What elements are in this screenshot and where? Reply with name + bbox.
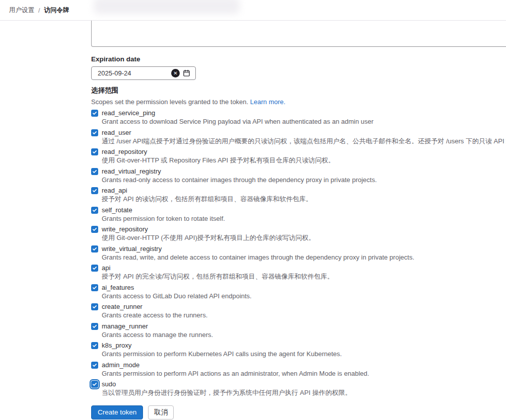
expiration-date-field[interactable]: ✕ <box>91 66 196 80</box>
scope-checkbox[interactable] <box>91 168 98 175</box>
scope-row: read_user 通过 /user API端点授予对通过身份验证的用户概要的只… <box>91 128 506 145</box>
scope-checkbox[interactable] <box>91 381 98 388</box>
scope-description: Grants access to GitLab Duo related API … <box>91 292 506 300</box>
scope-checkbox[interactable] <box>91 226 98 233</box>
scope-description: 授予对 API 的读访问权，包括所有群组和项目、容器镜像库和软件包库。 <box>91 195 506 203</box>
scopes-description: Scopes set the permission levels granted… <box>91 98 506 106</box>
scope-checkbox[interactable] <box>91 323 98 330</box>
scope-row: create_runner Grants create access to th… <box>91 302 506 319</box>
scope-checkbox[interactable] <box>91 284 98 291</box>
checkmark-icon <box>92 382 97 387</box>
breadcrumb-user-settings[interactable]: 用户设置 <box>9 6 34 15</box>
scope-row: read_api 授予对 API 的读访问权，包括所有群组和项目、容器镜像库和软… <box>91 186 506 203</box>
scope-description: 通过 /user API端点授予对通过身份验证的用户概要的只读访问权，该端点包括… <box>91 137 506 145</box>
scope-checkbox[interactable] <box>91 245 98 253</box>
checkmark-icon <box>92 266 97 271</box>
scope-row: k8s_proxy Grants permission to perform K… <box>91 341 506 358</box>
scope-checkbox[interactable] <box>91 265 98 272</box>
checkmark-icon <box>92 343 97 348</box>
scope-description: Grants access to manage the runners. <box>91 331 506 339</box>
scope-description: 使用 Git-over-HTTP 或 Repository Files API … <box>91 156 506 164</box>
scope-description: Grant access to download Service Ping pa… <box>91 118 506 126</box>
scope-description: 当以管理员用户身份进行身份验证时，授予作为系统中任何用户执行 API 操作的权限… <box>91 389 506 397</box>
scope-row: manage_runner Grants access to manage th… <box>91 322 506 339</box>
scope-name[interactable]: read_api <box>102 186 127 195</box>
calendar-icon[interactable] <box>183 69 190 77</box>
scope-row: api 授予对 API 的完全读/写访问权，包括所有群组和项目、容器镜像库和软件… <box>91 264 506 281</box>
create-token-button[interactable]: Create token <box>91 405 143 419</box>
scope-checkbox[interactable] <box>91 110 98 117</box>
breadcrumb: 用户设置 / 访问令牌 <box>9 0 69 21</box>
scope-head: manage_runner <box>91 322 506 331</box>
scope-description: Grants create access to the runners. <box>91 311 506 319</box>
checkmark-icon <box>92 208 97 213</box>
scope-checkbox[interactable] <box>91 303 98 310</box>
clear-date-icon[interactable]: ✕ <box>171 69 180 77</box>
scope-checkbox[interactable] <box>91 187 98 194</box>
scope-checkbox[interactable] <box>91 207 98 214</box>
select-scopes-title: 选择范围 <box>91 87 506 95</box>
scope-head: write_virtual_registry <box>91 244 506 254</box>
checkmark-icon <box>92 285 97 290</box>
scope-name[interactable]: ai_features <box>102 283 134 292</box>
scope-checkbox[interactable] <box>91 342 98 349</box>
scope-row: write_repository 使用 Git-over-HTTP (不使用 A… <box>91 225 506 242</box>
cancel-button[interactable]: 取消 <box>148 405 174 419</box>
checkmark-icon <box>92 188 97 193</box>
scope-name[interactable]: write_virtual_registry <box>102 244 162 254</box>
scope-head: k8s_proxy <box>91 341 506 350</box>
expiration-date-input[interactable] <box>98 69 171 77</box>
scope-head: admin_mode <box>91 361 506 370</box>
scope-head: ai_features <box>91 283 506 292</box>
scope-row: read_repository 使用 Git-over-HTTP 或 Repos… <box>91 147 506 164</box>
checkmark-icon <box>92 363 97 368</box>
redacted-blur-region <box>94 0 240 14</box>
scope-head: read_virtual_registry <box>91 167 506 176</box>
create-token-form: Expiration date ✕ 选择范围 Scopes set the pe… <box>91 21 506 420</box>
scope-name[interactable]: read_service_ping <box>102 109 155 118</box>
scopes-list: read_service_ping Grant access to downlo… <box>91 109 506 397</box>
scope-name[interactable]: read_repository <box>102 147 147 156</box>
scope-row: admin_mode Grants permission to perform … <box>91 361 506 378</box>
scope-name[interactable]: manage_runner <box>102 322 148 331</box>
expiration-date-label: Expiration date <box>91 55 506 63</box>
checkmark-icon <box>92 130 97 135</box>
scope-name[interactable]: api <box>102 264 110 273</box>
scope-name[interactable]: admin_mode <box>102 361 139 370</box>
scope-name[interactable]: read_user <box>102 128 131 137</box>
scope-description: Grants permission to perform API actions… <box>91 370 506 378</box>
scope-head: api <box>91 264 506 273</box>
scope-checkbox[interactable] <box>91 362 98 369</box>
scope-name[interactable]: sudo <box>102 380 116 389</box>
scope-checkbox[interactable] <box>91 129 98 136</box>
token-description-textarea[interactable] <box>91 21 506 47</box>
scope-head: read_service_ping <box>91 109 506 118</box>
scope-row: write_virtual_registry Grants read, writ… <box>91 244 506 262</box>
checkmark-icon <box>92 246 97 251</box>
scope-head: write_repository <box>91 225 506 234</box>
scope-name[interactable]: create_runner <box>102 302 142 311</box>
checkmark-icon <box>92 324 97 329</box>
scope-row: read_virtual_registry Grants read-only a… <box>91 167 506 184</box>
scope-row: ai_features Grants access to GitLab Duo … <box>91 283 506 300</box>
scope-name[interactable]: read_virtual_registry <box>102 167 161 176</box>
scope-name[interactable]: self_rotate <box>102 206 132 215</box>
scope-description: 授予对 API 的完全读/写访问权，包括所有群组和项目、容器镜像库和软件包库。 <box>91 273 506 281</box>
scope-checkbox[interactable] <box>91 148 98 155</box>
scope-description: Grants read-only access to container ima… <box>91 176 506 184</box>
scope-name[interactable]: k8s_proxy <box>102 341 131 350</box>
scope-head: sudo <box>91 380 506 389</box>
scope-row: read_service_ping Grant access to downlo… <box>91 109 506 126</box>
learn-more-link[interactable]: Learn more. <box>250 98 285 106</box>
scope-name[interactable]: write_repository <box>102 225 148 234</box>
form-actions: Create token 取消 <box>91 405 506 420</box>
scope-head: read_api <box>91 186 506 195</box>
scope-description: Grants read, write, and delete access to… <box>91 254 506 262</box>
scopes-description-text: Scopes set the permission levels granted… <box>91 98 250 106</box>
scope-description: Grants permission to perform Kubernetes … <box>91 350 506 358</box>
scope-head: create_runner <box>91 302 506 311</box>
scope-head: read_repository <box>91 147 506 156</box>
access-tokens-page: 用户设置 / 访问令牌 Expiration date ✕ 选择范围 <box>0 0 506 420</box>
checkmark-icon <box>92 227 97 232</box>
breadcrumb-access-tokens: 访问令牌 <box>44 6 69 15</box>
